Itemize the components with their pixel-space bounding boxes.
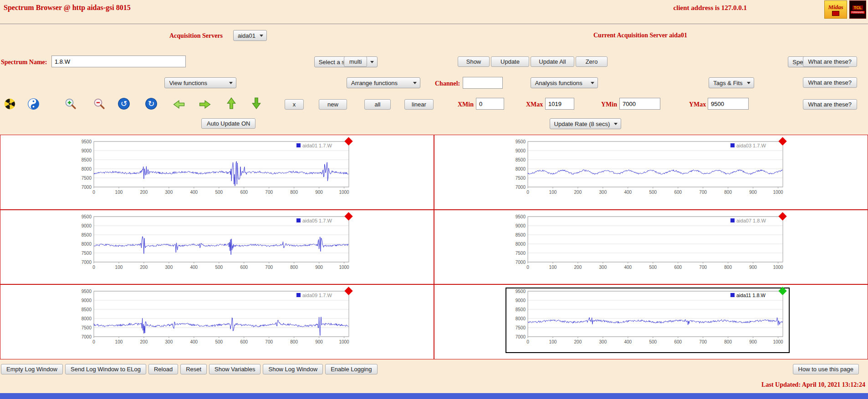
svg-text:500: 500 (215, 339, 223, 344)
show-log-window-button[interactable]: Show Log Window (263, 364, 323, 374)
chart-image[interactable]: 7000750080008500900095000100200300400500… (72, 214, 355, 278)
channel-input[interactable] (463, 77, 503, 89)
tags-fits-dropdown[interactable]: Tags & Fits (709, 77, 754, 88)
reload-button[interactable]: Reload (148, 364, 178, 374)
xmin-input[interactable] (476, 98, 504, 110)
zoom-in-icon[interactable] (64, 97, 77, 112)
svg-text:9000: 9000 (82, 223, 92, 228)
spectrum-panel[interactable]: 7000750080008500900095000100200300400500… (0, 210, 434, 285)
svg-text:0: 0 (526, 339, 529, 344)
rotate-cw-icon[interactable]: ↻ (145, 97, 158, 111)
svg-text:100: 100 (115, 339, 123, 344)
what-are-these-button-3[interactable]: What are these? (803, 99, 857, 110)
svg-text:↺: ↺ (121, 99, 128, 108)
svg-text:600: 600 (674, 265, 682, 270)
auto-update-button[interactable]: Auto Update ON (201, 118, 255, 129)
svg-text:8000: 8000 (516, 167, 526, 172)
midas-logo[interactable]: Midas (824, 0, 847, 19)
spectrum-chart[interactable]: 7000750080008500900095000100200300400500… (72, 139, 355, 202)
svg-text:100: 100 (115, 265, 123, 270)
update-button[interactable]: Update (491, 56, 529, 67)
svg-text:700: 700 (699, 339, 707, 344)
x-button[interactable]: x (285, 99, 304, 110)
reset-button[interactable]: Reset (180, 364, 207, 374)
ymax-label: YMax (689, 101, 706, 108)
how-to-use-button[interactable]: How to use this page (793, 364, 859, 374)
chart-image[interactable]: 7000750080008500900095000100200300400500… (506, 139, 789, 202)
svg-text:400: 400 (624, 190, 632, 195)
ymax-input[interactable] (708, 98, 749, 110)
svg-text:9500: 9500 (82, 139, 92, 144)
zero-button[interactable]: Zero (576, 56, 608, 67)
send-log-elog-button[interactable]: Send Log Window to ELog (65, 364, 146, 374)
spectrum-chart[interactable]: 7000750080008500900095000100200300400500… (506, 214, 789, 278)
spectrum-panel[interactable]: 7000750080008500900095000100200300400500… (0, 135, 434, 210)
enable-logging-button[interactable]: Enable Logging (325, 364, 377, 374)
empty-log-button[interactable]: Empty Log Window (1, 364, 63, 374)
svg-text:7500: 7500 (82, 250, 92, 255)
update-all-button[interactable]: Update All (531, 56, 574, 67)
xmax-input[interactable] (545, 98, 574, 110)
spectrum-chart[interactable]: 7000750080008500900095000100200300400500… (72, 288, 355, 352)
show-button[interactable]: Show (458, 56, 490, 67)
chart-image[interactable]: 7000750080008500900095000100200300400500… (506, 288, 789, 352)
spectrum-chart[interactable]: 7000750080008500900095000100200300400500… (506, 288, 789, 352)
svg-text:600: 600 (674, 190, 682, 195)
pan-right-icon[interactable] (198, 99, 212, 111)
svg-text:7500: 7500 (516, 176, 526, 181)
ymin-input[interactable] (619, 98, 660, 110)
multi-button[interactable]: multi (344, 56, 367, 67)
spectrum-name-label: Spectrum Name: (1, 59, 47, 66)
view-functions-dropdown[interactable]: View functions (164, 77, 236, 88)
spectrum-panel[interactable]: 7000750080008500900095000100200300400500… (434, 284, 868, 359)
chart-legend: aida03 1.7.W (736, 143, 766, 148)
new-button[interactable]: new (319, 99, 347, 110)
chart-image[interactable]: 7000750080008500900095000100200300400500… (72, 288, 355, 352)
ymin-label: YMin (601, 101, 617, 108)
chart-legend: aida05 1.7.W (302, 218, 332, 223)
spectrum-panel[interactable]: 7000750080008500900095000100200300400500… (434, 210, 868, 285)
what-are-these-button-2[interactable]: What are these? (803, 77, 857, 88)
svg-text:1000: 1000 (339, 190, 349, 195)
show-variables-button[interactable]: Show Variables (209, 364, 260, 374)
zoom-out-icon[interactable] (92, 97, 106, 112)
arrange-functions-dropdown[interactable]: Arrange functions (347, 77, 420, 88)
spectrum-source-icon[interactable] (27, 98, 40, 111)
svg-text:400: 400 (190, 339, 198, 344)
pan-left-icon[interactable] (172, 99, 186, 111)
spectrum-panel[interactable]: 7000750080008500900095000100200300400500… (434, 135, 868, 210)
svg-text:8500: 8500 (82, 157, 92, 162)
all-button[interactable]: all (364, 99, 391, 110)
chart-image[interactable]: 7000750080008500900095000100200300400500… (506, 214, 789, 278)
radiation-icon[interactable] (4, 98, 16, 111)
pan-down-icon[interactable] (250, 96, 262, 111)
svg-text:800: 800 (290, 265, 298, 270)
svg-text:700: 700 (265, 190, 273, 195)
rotate-ccw-icon[interactable]: ↺ (117, 97, 130, 111)
spectrum-panel[interactable]: 7000750080008500900095000100200300400500… (0, 284, 434, 359)
what-are-these-button-1[interactable]: What are these? (803, 56, 857, 67)
spectrum-name-input[interactable] (51, 56, 186, 67)
chart-legend: aida01 1.7.W (302, 143, 332, 148)
svg-text:7000: 7000 (516, 334, 526, 339)
acquisition-server-select[interactable]: aida01 (233, 30, 267, 41)
pan-up-icon[interactable] (225, 96, 237, 111)
svg-text:7000: 7000 (82, 334, 92, 339)
legend-swatch (296, 218, 301, 222)
linear-button[interactable]: linear (404, 99, 434, 110)
analysis-functions-dropdown[interactable]: Analysis functions (531, 77, 598, 88)
svg-text:600: 600 (674, 339, 682, 344)
svg-text:7500: 7500 (82, 176, 92, 181)
spectrum-chart[interactable]: 7000750080008500900095000100200300400500… (506, 139, 789, 202)
svg-text:1000: 1000 (773, 339, 783, 344)
analysis-functions-value: Analysis functions (535, 80, 582, 86)
last-updated-text: Last Updated: April 10, 2021 13:12:24 (761, 381, 865, 389)
tcl-logo[interactable]: TCLFIRMWARE (849, 0, 866, 19)
view-functions-value: View functions (169, 80, 207, 86)
svg-text:600: 600 (240, 190, 248, 195)
update-rate-dropdown[interactable]: Update Rate (8 secs) (550, 118, 622, 129)
chart-image[interactable]: 7000750080008500900095000100200300400500… (72, 139, 355, 202)
spectrum-chart[interactable]: 7000750080008500900095000100200300400500… (72, 214, 355, 278)
svg-text:700: 700 (699, 190, 707, 195)
svg-text:900: 900 (315, 265, 323, 270)
